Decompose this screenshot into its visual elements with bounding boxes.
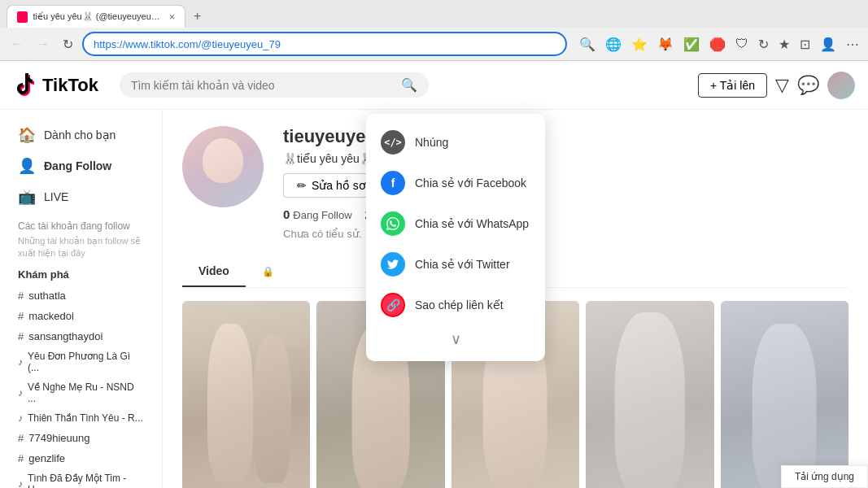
sidebar-item-label-home: Dành cho bạn — [44, 129, 116, 142]
address-bar-wrap — [82, 32, 567, 56]
forward-button[interactable]: → — [33, 35, 54, 53]
share-twitter[interactable]: Chia sẻ với Twitter — [366, 244, 545, 285]
sidebar-item-label-live: LIVE — [44, 190, 68, 203]
back-button[interactable]: ← — [7, 35, 28, 53]
hashtag-label-1: suthatla — [28, 290, 66, 302]
search-input[interactable] — [131, 79, 395, 92]
tab-close-btn[interactable]: × — [169, 11, 175, 23]
browser-ext-icon[interactable]: ⊡ — [797, 34, 813, 54]
home-icon: 🏠 — [18, 126, 36, 144]
search-bar[interactable]: 🔍 — [120, 72, 429, 98]
hashtag-icon-1: # — [18, 290, 24, 302]
tab-video[interactable]: Video — [182, 256, 246, 287]
hashtag-item-suthatla[interactable]: # suthatla — [13, 285, 149, 306]
browser-bookmark-icon[interactable]: ⭐ — [629, 34, 650, 54]
browser-search-icon[interactable]: 🔍 — [577, 34, 598, 54]
dropdown-more-button[interactable]: ∨ — [366, 325, 545, 353]
music-label-3: Thiên Thần Tình Yêu - R... — [28, 412, 143, 424]
share-embed-label: Nhúng — [415, 136, 448, 149]
sidebar-item-dang-follow[interactable]: 👤 Đang Follow — [13, 150, 149, 181]
hashtag-item-7749[interactable]: # 7749hieuung — [13, 428, 149, 448]
share-facebook-label: Chia sẻ với Facebook — [415, 176, 526, 190]
share-whatsapp[interactable]: Chia sẻ với WhatsApp — [366, 203, 545, 244]
tab-title: tiểu yêu yêu🐰 (@tieuyeuyeu_79 — [33, 11, 161, 22]
address-bar-input[interactable] — [94, 38, 556, 50]
video-card-1[interactable]: thương thuốc 🍃 ▶ 1276 #typ #foryou — [182, 301, 310, 488]
browser-star-icon[interactable]: ★ — [776, 34, 792, 54]
tab-favicon — [17, 11, 28, 23]
messages-icon[interactable]: 💬 — [797, 75, 819, 96]
search-icon[interactable]: 🔍 — [401, 77, 417, 93]
share-facebook[interactable]: f Chia sẻ với Facebook — [366, 163, 545, 203]
video-thumb-4: 我值班 ▶ 1763 — [586, 301, 713, 488]
edit-profile-button[interactable]: ✏ Sửa hồ sơ — [283, 173, 380, 198]
browser-tab-active[interactable]: tiểu yêu yêu🐰 (@tieuyeuyeu_79 × — [7, 5, 185, 28]
tai-ung-dung-button[interactable]: Tải ứng dụng — [781, 465, 868, 488]
tiktok-logo-icon — [13, 73, 37, 98]
following-label: Đang Follow — [293, 209, 351, 221]
browser-check-icon[interactable]: ✅ — [681, 34, 702, 54]
hashtag-item-mackedoi[interactable]: # mackedoi — [13, 306, 149, 326]
music-item-2[interactable]: ♪ Về Nghe Mẹ Ru - NSND ... — [13, 377, 149, 408]
music-item-6[interactable]: ♪ Tình Đã Đầy Một Tim - H... — [13, 468, 149, 488]
browser-more-icon[interactable]: ⋯ — [844, 34, 861, 54]
share-copy-link-label: Sao chép liên kết — [415, 298, 504, 312]
following-count: 0 — [283, 207, 290, 221]
browser-profile-icon[interactable]: 👤 — [818, 34, 839, 54]
video-card-4[interactable]: 我值班 ▶ 1763 #zalo_em_ở_tiểu_sử ... — [586, 301, 713, 488]
browser-translate-icon[interactable]: 🌐 — [603, 34, 624, 54]
share-whatsapp-label: Chia sẻ với WhatsApp — [415, 217, 529, 230]
live-icon: 📺 — [18, 188, 36, 206]
browser-fox-icon[interactable]: 🦊 — [655, 34, 676, 54]
facebook-icon: f — [381, 171, 405, 195]
tiktok-header: TikTok 🔍 + Tải lên ▽ 💬 — [0, 61, 868, 110]
edit-icon: ✏ — [297, 179, 307, 192]
video-thumb-5: ▶ 1703 — [721, 301, 848, 488]
share-dropdown: </> Nhúng f Chia sẻ với Facebook Chia sẻ… — [366, 114, 545, 361]
share-copy-link[interactable]: 🔗 Sao chép liên kết — [366, 285, 545, 325]
reload-button[interactable]: ↻ — [59, 35, 77, 54]
music-label-2: Về Nghe Mẹ Ru - NSND ... — [28, 381, 144, 404]
share-embed[interactable]: </> Nhúng — [366, 122, 545, 163]
music-icon-3: ♪ — [18, 412, 23, 424]
tiktok-logo[interactable]: TikTok — [13, 73, 98, 98]
hashtag-item-genzlife[interactable]: # genzlife — [13, 448, 149, 468]
twitter-icon — [381, 252, 405, 277]
profile-avatar — [182, 126, 264, 207]
music-label-6: Tình Đã Đầy Một Tim - H... — [28, 473, 144, 488]
hashtag-label-4: 7749hieuung — [28, 432, 89, 444]
copy-link-icon: 🔗 — [381, 293, 405, 317]
sidebar-item-live[interactable]: 📺 LIVE — [13, 181, 149, 212]
stat-following: 0 Đang Follow — [283, 207, 352, 221]
music-icon-1: ♪ — [18, 356, 23, 368]
video-thumb-1: thương thuốc 🍃 ▶ 1276 — [182, 301, 310, 488]
share-twitter-label: Chia sẻ với Twitter — [415, 258, 510, 271]
follow-section-title: Các tài khoản đang follow — [18, 220, 144, 232]
music-item-3[interactable]: ♪ Thiên Thần Tình Yêu - R... — [13, 408, 149, 428]
browser-stop-icon[interactable]: 🛑 — [707, 34, 728, 54]
music-icon-2: ♪ — [18, 387, 23, 399]
browser-shield-icon[interactable]: 🛡 — [733, 34, 751, 54]
whatsapp-icon — [381, 211, 405, 236]
music-icon-6: ♪ — [18, 478, 23, 488]
hashtag-icon-3: # — [18, 330, 24, 342]
more-icon: ∨ — [451, 330, 461, 348]
hashtag-item-sansang[interactable]: # sansangthaydoi — [13, 326, 149, 346]
header-right: + Tải lên ▽ 💬 — [698, 72, 855, 99]
hashtag-label-2: mackedoi — [28, 310, 74, 322]
tab-private[interactable]: 🔒 — [246, 256, 290, 287]
new-tab-button[interactable]: + — [189, 9, 206, 24]
browser-tabs-bar: tiểu yêu yêu🐰 (@tieuyeuyeu_79 × + — [0, 0, 868, 28]
video-card-5[interactable]: ▶ 1703 #foryou ... — [721, 301, 848, 488]
music-item-1[interactable]: ♪ Yêu Đơn Phương Là Gì (... — [13, 346, 149, 377]
follow-icon: 👤 — [18, 157, 36, 175]
upload-button[interactable]: + Tải lên — [698, 73, 767, 98]
user-avatar[interactable] — [827, 72, 855, 99]
khampha-title: Khám phá — [18, 268, 144, 281]
lock-icon: 🔒 — [262, 266, 274, 277]
music-label-1: Yêu Đơn Phương Là Gì (... — [28, 351, 144, 373]
browser-refresh-icon[interactable]: ↻ — [756, 34, 771, 54]
sidebar-item-danh-cho-ban[interactable]: 🏠 Dành cho bạn — [13, 120, 149, 150]
edit-label: Sửa hồ sơ — [312, 179, 366, 192]
inbox-icon[interactable]: ▽ — [775, 75, 789, 96]
